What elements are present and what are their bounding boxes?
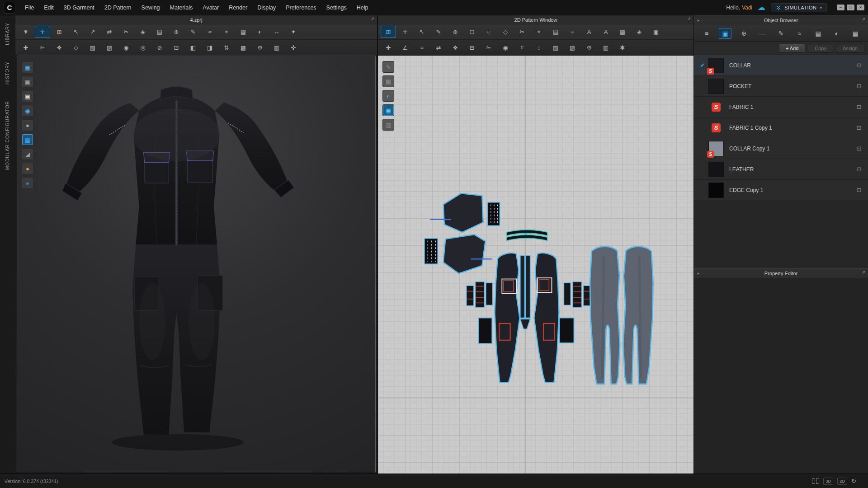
edit-pattern-icon[interactable]: ✛: [397, 26, 413, 38]
rail-tab[interactable]: LIBRARY: [5, 23, 10, 45]
cube-icon[interactable]: ⊡: [850, 124, 868, 131]
show-avatar-head-icon[interactable]: ●: [22, 163, 33, 174]
cube-icon[interactable]: ⊡: [850, 145, 868, 152]
stretch-icon[interactable]: ↔: [269, 26, 284, 38]
polygon-icon[interactable]: ◇: [498, 26, 513, 38]
topstitch-icon[interactable]: ⊡: [169, 42, 184, 54]
sew-segment-icon[interactable]: ✚: [18, 42, 33, 54]
select-move-icon[interactable]: ✛: [35, 26, 50, 38]
copy-button[interactable]: Copy: [808, 44, 833, 53]
colorway-tab-icon[interactable]: ◐: [830, 28, 843, 39]
check-sew-icon[interactable]: ❖: [448, 42, 463, 54]
material-thumbnail[interactable]: S: [708, 58, 724, 73]
internal-line-icon[interactable]: ≡: [565, 26, 580, 38]
text-icon[interactable]: A: [581, 26, 597, 38]
hatch-icon[interactable]: ▧: [548, 42, 563, 54]
pattern-piece-pocket-right[interactable]: [560, 318, 574, 343]
binding-icon[interactable]: ◧: [185, 42, 201, 54]
popout-icon[interactable]: ↗: [687, 16, 691, 21]
menu-item[interactable]: Materials: [165, 0, 198, 15]
topstitch-tab-icon[interactable]: —: [756, 28, 769, 39]
grading-icon[interactable]: ▦: [615, 26, 630, 38]
cube-icon[interactable]: ⊡: [850, 83, 868, 89]
simulation-toggle[interactable]: SIMULATION ▾: [771, 3, 827, 12]
rail-tab[interactable]: HISTORY: [5, 61, 10, 84]
menu-item[interactable]: 3D Garment: [59, 0, 99, 15]
flare-icon[interactable]: ✱: [615, 42, 630, 54]
edit-sew-icon[interactable]: ⇄: [431, 42, 446, 54]
steam-icon[interactable]: ≈: [202, 26, 217, 38]
show-3d-garment-icon[interactable]: ▣: [22, 61, 33, 73]
fabric-direction-icon[interactable]: ▧: [85, 42, 100, 54]
cloud-sync-icon[interactable]: ☁: [758, 4, 765, 11]
pattern-piece-yoke-bottom[interactable]: [443, 235, 485, 273]
layer-icon[interactable]: ▥: [269, 42, 284, 54]
print-layout-icon[interactable]: ◈: [632, 26, 647, 38]
collapse-panel-icon[interactable]: ➤: [697, 272, 700, 276]
material-thumbnail[interactable]: [708, 183, 724, 198]
object-item-collar-copy1[interactable]: S COLLAR Copy 1 ⊡: [694, 138, 868, 159]
split-view-icon[interactable]: [812, 479, 819, 484]
cube-icon[interactable]: ⊡: [850, 166, 868, 173]
piping-icon[interactable]: ◨: [202, 42, 217, 54]
fill-icon[interactable]: ▨: [565, 42, 580, 54]
measure-icon[interactable]: ⌖: [219, 26, 234, 38]
pattern-piece-yoke-top[interactable]: [443, 193, 483, 232]
seam-allowance-icon[interactable]: ▤: [548, 26, 563, 38]
popout-icon[interactable]: ↗: [371, 16, 374, 21]
collapse-panel-icon[interactable]: ➤: [697, 19, 700, 23]
list-mode-icon[interactable]: ≡: [700, 28, 713, 39]
menu-item[interactable]: Settings: [321, 0, 352, 15]
project-tab-title[interactable]: 4.zprj: [190, 17, 203, 23]
pattern-mesh-icon[interactable]: ▤: [382, 75, 394, 87]
object-item-leather[interactable]: LEATHER ⊡: [694, 159, 868, 180]
show-fitting-map-icon[interactable]: ◉: [22, 105, 33, 117]
view-3d-button[interactable]: 3D: [823, 478, 833, 485]
simulate-icon[interactable]: ▼: [18, 26, 33, 38]
rectangle-icon[interactable]: □: [464, 26, 480, 38]
viewport-2d[interactable]: ✎▤◐▣▥: [378, 56, 693, 474]
material-thumbnail[interactable]: S: [708, 99, 724, 115]
trace-icon[interactable]: ✂: [514, 26, 530, 38]
menu-item[interactable]: Sewing: [137, 0, 165, 15]
cube-icon[interactable]: ⊡: [850, 187, 868, 193]
select-pin-icon[interactable]: ↗: [85, 26, 100, 38]
puckering-tab-icon[interactable]: ≈: [793, 28, 806, 39]
settings-icon[interactable]: ⚙: [252, 42, 268, 54]
minimize-button[interactable]: ─: [837, 5, 844, 10]
pattern-grid-icon[interactable]: ⌗: [514, 42, 530, 54]
menu-item[interactable]: Help: [352, 0, 373, 15]
object-item-fabric1[interactable]: S FABRIC 1 ⊡: [694, 97, 868, 117]
show-internal-lines-icon[interactable]: ▣: [22, 76, 33, 88]
popout-icon[interactable]: ↗: [862, 17, 865, 22]
walk-icon[interactable]: ↕: [531, 42, 547, 54]
button-icon[interactable]: ◉: [118, 42, 134, 54]
circle-icon[interactable]: ○: [481, 26, 496, 38]
cut-sew-icon[interactable]: ✂: [118, 26, 134, 38]
object-item-collar[interactable]: ✔ S COLLAR ⊡: [694, 55, 868, 76]
menu-item[interactable]: Avatar: [198, 0, 224, 15]
free-sew-icon[interactable]: ∠: [397, 42, 413, 54]
cube-icon[interactable]: ⊡: [850, 103, 868, 110]
font-icon[interactable]: A: [598, 26, 613, 38]
pattern-piece-back-left[interactable]: [590, 247, 620, 384]
texture-icon[interactable]: ▨: [102, 42, 117, 54]
menu-item[interactable]: File: [20, 0, 39, 15]
pattern-piece-front-left[interactable]: [495, 253, 519, 382]
menu-item[interactable]: Render: [224, 0, 252, 15]
pattern-fill-icon[interactable]: ▣: [382, 104, 394, 116]
transform-pattern-icon[interactable]: ⊞: [381, 26, 396, 38]
pattern-piece-pocket-left[interactable]: [479, 318, 492, 344]
close-button[interactable]: ✕: [857, 5, 864, 10]
material-thumbnail[interactable]: S: [708, 141, 724, 156]
pattern-piece-back-right[interactable]: [623, 247, 653, 384]
pattern-grid-toggle-icon[interactable]: ▥: [382, 119, 394, 131]
notch-icon[interactable]: ⌖: [531, 26, 547, 38]
show-fabric-icon[interactable]: ▦: [22, 134, 33, 145]
segment-sew-icon[interactable]: ✚: [381, 42, 396, 54]
view-2d-button[interactable]: 2D: [837, 478, 847, 485]
cut-amp-sew-icon[interactable]: ✁: [481, 42, 496, 54]
dart-icon[interactable]: ◇: [68, 42, 84, 54]
material-thumbnail[interactable]: [708, 79, 724, 94]
show-environment-icon[interactable]: ●: [22, 177, 33, 189]
